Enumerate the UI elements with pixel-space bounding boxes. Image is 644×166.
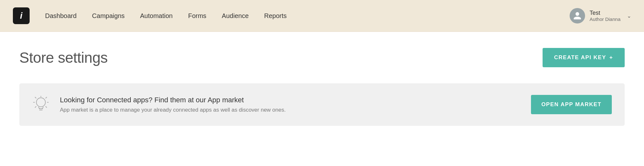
logo[interactable]: i xyxy=(13,7,30,24)
logo-icon: i xyxy=(20,11,23,21)
svg-line-8 xyxy=(35,106,36,107)
banner-title: Looking for Connected apps? Find them at… xyxy=(60,96,521,104)
lightbulb-icon xyxy=(32,96,50,113)
nav-item-forms[interactable]: Forms xyxy=(188,12,206,20)
nav-item-automation[interactable]: Automation xyxy=(140,12,173,20)
nav-item-reports[interactable]: Reports xyxy=(264,12,287,20)
user-info: Test Author Dianna xyxy=(590,10,620,22)
svg-line-7 xyxy=(46,97,47,98)
nav-item-dashboard[interactable]: Dashboard xyxy=(45,12,77,20)
app-market-banner: Looking for Connected apps? Find them at… xyxy=(19,83,625,126)
banner-text: Looking for Connected apps? Find them at… xyxy=(60,96,521,113)
page-header: Store settings CREATE API KEY + xyxy=(19,48,625,67)
plus-icon: + xyxy=(610,54,613,61)
user-menu[interactable]: Test Author Dianna ⌄ xyxy=(570,8,631,23)
nav-item-audience[interactable]: Audience xyxy=(222,12,249,20)
user-name: Test xyxy=(590,10,620,16)
create-api-key-label: CREATE API KEY xyxy=(554,54,606,61)
open-app-market-button[interactable]: OPEN APP MARKET xyxy=(531,95,612,114)
user-role: Author Dianna xyxy=(590,16,620,22)
nav-item-campaigns[interactable]: Campaigns xyxy=(92,12,125,20)
banner-subtitle: App market is a place to manage your alr… xyxy=(60,107,521,113)
svg-line-9 xyxy=(46,106,47,107)
avatar xyxy=(570,8,585,23)
page-title: Store settings xyxy=(19,49,108,66)
main-content: Store settings CREATE API KEY + xyxy=(0,32,644,166)
main-nav: Dashboard Campaigns Automation Forms Aud… xyxy=(45,12,570,20)
user-icon xyxy=(573,11,582,20)
chevron-down-icon: ⌄ xyxy=(627,13,631,19)
svg-point-0 xyxy=(36,98,45,107)
header: i Dashboard Campaigns Automation Forms A… xyxy=(0,0,644,32)
create-api-key-button[interactable]: CREATE API KEY + xyxy=(543,48,625,67)
svg-line-6 xyxy=(35,97,36,98)
